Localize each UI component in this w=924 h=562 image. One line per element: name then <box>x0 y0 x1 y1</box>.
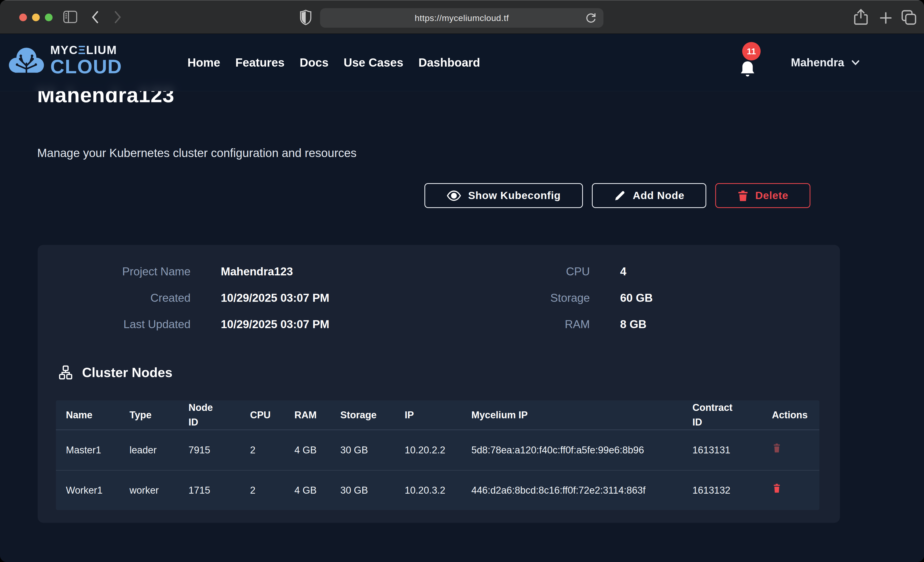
site-header: MYCΞLIUM CLOUD Home Features Docs Use Ca… <box>0 34 924 91</box>
main-nav: Home Features Docs Use Cases Dashboard <box>188 34 480 91</box>
zoom-window-button[interactable] <box>45 13 52 21</box>
pencil-icon <box>614 190 626 202</box>
nav-item-docs[interactable]: Docs <box>300 55 328 69</box>
user-menu[interactable]: Mahendra <box>791 34 861 91</box>
share-icon[interactable] <box>853 9 869 26</box>
page-body: Mahendra123 Manage your Kubernetes clust… <box>0 34 924 562</box>
nodes-table: Name Type Node ID CPU RAM Storage IP Myc… <box>56 401 819 510</box>
minimize-window-button[interactable] <box>32 13 40 21</box>
sidebar-toggle-icon[interactable] <box>63 10 78 24</box>
browser-window: https://myceliumcloud.tf <box>0 0 924 562</box>
show-kubeconfig-button[interactable]: Show Kubeconfig <box>424 183 583 208</box>
nav-item-use-cases[interactable]: Use Cases <box>344 55 404 69</box>
logo-e-bars: Ξ <box>78 43 86 57</box>
node-row-master1: Master1 leader 7915 2 4 GB 30 GB 10.20.2… <box>56 430 819 470</box>
sitemap-icon <box>58 365 73 380</box>
window-controls <box>19 13 52 21</box>
trash-icon <box>772 442 782 453</box>
address-bar[interactable]: https://myceliumcloud.tf <box>320 8 603 28</box>
bell-icon <box>739 60 756 79</box>
nav-item-home[interactable]: Home <box>188 55 220 69</box>
info-row-storage: Storage 60 GB <box>422 285 652 311</box>
info-row-ram: RAM 8 GB <box>422 311 652 337</box>
info-row-cpu: CPU 4 <box>422 258 652 285</box>
info-row-created: Created 10/29/2025 03:07 PM <box>38 285 329 311</box>
info-row-last-updated: Last Updated 10/29/2025 03:07 PM <box>38 311 329 337</box>
node-row-worker1: Worker1 worker 1715 2 4 GB 30 GB 10.20.3… <box>56 470 819 510</box>
cluster-info-left: Project Name Mahendra123 Created 10/29/2… <box>38 258 329 337</box>
close-window-button[interactable] <box>19 13 27 21</box>
page-subtitle: Manage your Kubernetes cluster configura… <box>37 146 357 160</box>
browser-toolbar: https://myceliumcloud.tf <box>0 0 924 34</box>
cluster-nodes-heading: Cluster Nodes <box>58 365 172 380</box>
delete-node-button[interactable] <box>772 483 782 495</box>
brand-wordmark: MYCΞLIUM CLOUD <box>50 44 122 76</box>
back-button[interactable] <box>90 10 100 24</box>
cluster-details-card: Project Name Mahendra123 Created 10/29/2… <box>38 245 840 523</box>
user-name: Mahendra <box>791 56 844 69</box>
url-text: https://myceliumcloud.tf <box>415 13 509 23</box>
add-node-button[interactable]: Add Node <box>592 183 706 208</box>
info-row-project-name: Project Name Mahendra123 <box>38 258 329 285</box>
brand-logo[interactable]: MYCΞLIUM CLOUD <box>7 44 122 76</box>
privacy-shield-icon[interactable] <box>299 9 312 25</box>
chevron-down-icon <box>850 57 861 68</box>
delete-node-button[interactable] <box>772 442 782 454</box>
nodes-table-header: Name Type Node ID CPU RAM Storage IP Myc… <box>56 401 819 430</box>
nav-item-features[interactable]: Features <box>236 55 285 69</box>
tab-overview-icon[interactable] <box>901 9 917 25</box>
forward-button[interactable] <box>113 10 123 24</box>
nav-item-dashboard[interactable]: Dashboard <box>418 55 480 69</box>
trash-icon <box>737 190 748 202</box>
notification-count-badge: 11 <box>742 42 760 60</box>
cluster-info-right: CPU 4 Storage 60 GB RAM 8 GB <box>422 258 652 337</box>
notifications-button[interactable]: 11 <box>736 34 778 91</box>
new-tab-icon[interactable] <box>879 11 892 25</box>
trash-icon <box>772 483 782 493</box>
eye-icon <box>447 190 461 202</box>
reload-icon[interactable] <box>585 12 597 25</box>
delete-cluster-button[interactable]: Delete <box>715 183 810 208</box>
cloud-logo-icon <box>7 45 46 76</box>
cluster-actions: Show Kubeconfig Add Node Delete <box>424 183 810 208</box>
